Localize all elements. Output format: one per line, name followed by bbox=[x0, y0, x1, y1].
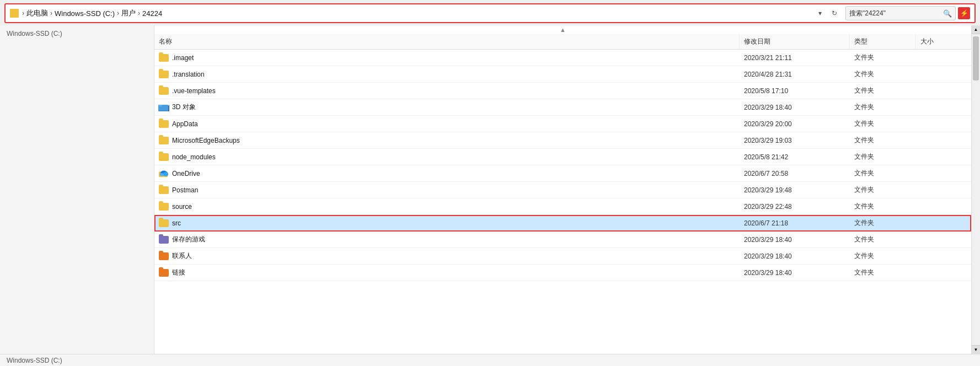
file-name: .translation bbox=[172, 71, 205, 78]
file-type: 文件夹 bbox=[850, 165, 916, 181]
table-row[interactable]: 链接 2020/3/29 18:40 文件夹 bbox=[154, 265, 971, 281]
file-name: AppData bbox=[172, 120, 198, 128]
links-folder-icon bbox=[159, 269, 169, 277]
breadcrumb-item-computer[interactable]: 此电脑 bbox=[26, 8, 48, 18]
table-row[interactable]: AppData 2020/3/29 20:00 文件夹 bbox=[154, 116, 971, 132]
file-type: 文件夹 bbox=[850, 232, 916, 247]
breadcrumb-sep-1: › bbox=[50, 9, 52, 17]
search-input[interactable] bbox=[849, 9, 943, 17]
folder-3d-icon bbox=[158, 103, 169, 112]
scroll-down-button[interactable]: ▼ bbox=[972, 345, 980, 354]
file-type: 文件夹 bbox=[850, 66, 916, 82]
file-size bbox=[916, 71, 971, 78]
column-headers: 名称 修改日期 类型 大小 bbox=[154, 34, 971, 50]
col-header-size[interactable]: 大小 bbox=[916, 34, 971, 49]
main-content: Windows-SSD (C:) ▲ 名称 修改日期 类型 大小 .imaget… bbox=[0, 25, 980, 354]
file-name: 链接 bbox=[172, 268, 185, 277]
table-row[interactable]: 保存的游戏 2020/3/29 18:40 文件夹 bbox=[154, 232, 971, 248]
table-row[interactable]: node_modules 2020/5/8 21:42 文件夹 bbox=[154, 149, 971, 165]
search-icon[interactable]: 🔍 bbox=[943, 9, 952, 18]
file-size bbox=[916, 154, 971, 160]
scroll-thumb[interactable] bbox=[973, 36, 979, 80]
file-modified: 2020/3/29 18:40 bbox=[740, 233, 850, 247]
table-row[interactable]: source 2020/3/29 22:48 文件夹 bbox=[154, 198, 971, 215]
breadcrumb-item-users[interactable]: 用户 bbox=[121, 8, 136, 18]
table-row[interactable]: .vue-templates 2020/5/8 17:10 文件夹 bbox=[154, 83, 971, 99]
file-name-cell: MicrosoftEdgeBackups bbox=[154, 133, 740, 148]
dropdown-button[interactable]: ▾ bbox=[815, 8, 826, 19]
col-header-modified[interactable]: 修改日期 bbox=[740, 34, 850, 49]
file-size bbox=[916, 104, 971, 111]
status-text: Windows-SSD (C:) bbox=[7, 357, 62, 364]
file-size bbox=[916, 203, 971, 210]
file-size bbox=[916, 88, 971, 94]
col-header-name[interactable]: 名称 bbox=[154, 34, 740, 49]
file-name: OneDrive bbox=[172, 170, 200, 177]
status-bar: Windows-SSD (C:) bbox=[0, 354, 980, 366]
file-modified: 2020/6/7 20:58 bbox=[740, 166, 850, 181]
file-size bbox=[916, 170, 971, 177]
onedrive-icon bbox=[158, 169, 169, 178]
col-header-type[interactable]: 类型 bbox=[850, 34, 916, 49]
file-modified: 2020/3/29 19:48 bbox=[740, 183, 850, 197]
table-row[interactable]: Postman 2020/3/29 19:48 文件夹 bbox=[154, 182, 971, 198]
folder-yellow-icon bbox=[159, 87, 169, 95]
file-type: 文件夹 bbox=[850, 132, 916, 148]
file-type: 文件夹 bbox=[850, 248, 916, 264]
file-icon-container bbox=[159, 87, 169, 95]
file-name: .vue-templates bbox=[172, 87, 216, 95]
file-name-cell: Postman bbox=[154, 182, 740, 198]
file-icon-container bbox=[159, 268, 169, 277]
folder-yellow-icon bbox=[159, 203, 169, 211]
file-name-cell: .vue-templates bbox=[154, 83, 740, 99]
address-bar: › 此电脑 › Windows-SSD (C:) › 用户 › 24224 ▾ … bbox=[4, 3, 976, 23]
table-row[interactable]: .translation 2020/4/28 21:31 文件夹 bbox=[154, 66, 971, 83]
file-modified: 2020/3/29 18:40 bbox=[740, 100, 850, 115]
svg-point-7 bbox=[160, 173, 164, 176]
file-type: 文件夹 bbox=[850, 182, 916, 198]
folder-yellow-icon bbox=[159, 54, 169, 62]
file-size bbox=[916, 270, 971, 276]
file-modified: 2020/3/29 20:00 bbox=[740, 117, 850, 131]
file-type: 文件夹 bbox=[850, 99, 916, 115]
file-name: source bbox=[172, 203, 192, 211]
breadcrumb-item-drive[interactable]: Windows-SSD (C:) bbox=[55, 9, 115, 18]
file-type: 文件夹 bbox=[850, 215, 916, 231]
file-type: 文件夹 bbox=[850, 265, 916, 281]
refresh-button[interactable]: ↻ bbox=[829, 8, 840, 19]
file-modified: 2020/4/28 21:31 bbox=[740, 67, 850, 82]
file-icon-container bbox=[159, 235, 169, 244]
file-modified: 2020/3/29 18:40 bbox=[740, 249, 850, 263]
folder-yellow-icon bbox=[159, 137, 169, 144]
file-type: 文件夹 bbox=[850, 83, 916, 99]
search-box: 🔍 bbox=[845, 6, 956, 20]
file-size bbox=[916, 55, 971, 61]
file-name-cell: node_modules bbox=[154, 149, 740, 165]
file-modified: 2020/6/7 21:18 bbox=[740, 216, 850, 230]
file-name-cell: AppData bbox=[154, 116, 740, 132]
file-name-cell: 3D 对象 bbox=[154, 99, 740, 115]
file-name: 3D 对象 bbox=[172, 103, 196, 112]
sort-arrow: ▲ bbox=[154, 25, 971, 34]
file-icon-container bbox=[159, 252, 169, 261]
file-type: 文件夹 bbox=[850, 50, 916, 66]
scroll-up-button[interactable]: ▲ bbox=[972, 25, 980, 34]
table-row[interactable]: 联系人 2020/3/29 18:40 文件夹 bbox=[154, 248, 971, 265]
svg-point-6 bbox=[163, 172, 168, 176]
file-size bbox=[916, 137, 971, 144]
table-row[interactable]: OneDrive 2020/6/7 20:58 文件夹 bbox=[154, 165, 971, 182]
table-row[interactable]: .imaget 2020/3/21 21:11 文件夹 bbox=[154, 50, 971, 66]
breadcrumb-sep-2: › bbox=[117, 9, 119, 17]
file-name: 联系人 bbox=[172, 251, 192, 261]
file-icon-container bbox=[159, 136, 169, 145]
table-row[interactable]: 3D 对象 2020/3/29 18:40 文件夹 bbox=[154, 99, 971, 116]
lightning-button[interactable]: ⚡ bbox=[958, 7, 970, 19]
file-name: .imaget bbox=[172, 54, 194, 62]
folder-yellow-icon bbox=[159, 186, 169, 194]
breadcrumb-item-user[interactable]: 24224 bbox=[142, 9, 162, 18]
breadcrumb-arrow: › bbox=[22, 9, 24, 17]
table-row[interactable]: src 2020/6/7 21:18 文件夹 bbox=[154, 215, 971, 232]
file-name-cell: .translation bbox=[154, 67, 740, 82]
table-row[interactable]: MicrosoftEdgeBackups 2020/3/29 19:03 文件夹 bbox=[154, 132, 971, 149]
file-type: 文件夹 bbox=[850, 149, 916, 165]
